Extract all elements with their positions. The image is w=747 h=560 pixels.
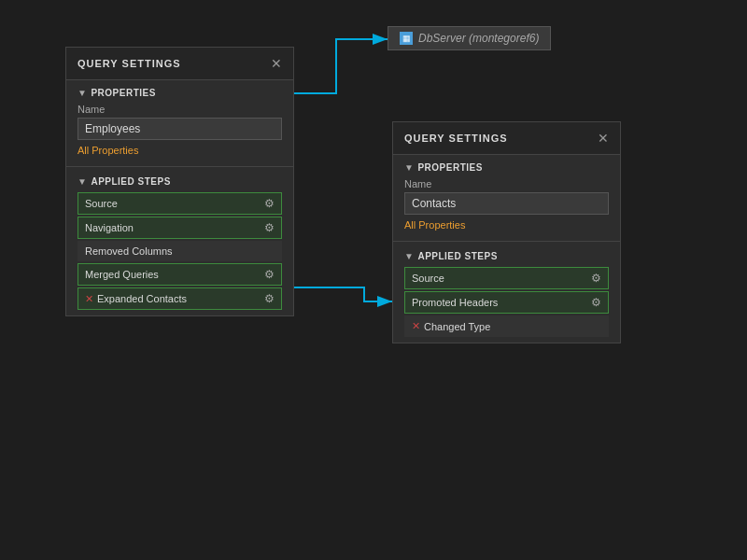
left-step-source-gear[interactable]: ⚙ (264, 197, 275, 210)
left-step-removed-columns-name: Removed Columns (85, 245, 173, 257)
left-name-input[interactable] (78, 118, 282, 140)
right-properties-header: ▼ PROPERTIES (404, 162, 609, 173)
right-step-promoted-headers-gear[interactable]: ⚙ (591, 296, 601, 309)
left-step-ec-left: ✕ Expanded Contacts (85, 293, 187, 305)
left-step-navigation-name: Navigation (85, 222, 134, 233)
right-close-button[interactable]: ✕ (598, 132, 609, 145)
right-panel-header: QUERY SETTINGS ✕ (393, 122, 620, 155)
left-properties-label: PROPERTIES (91, 88, 155, 98)
right-steps-header: ▼ APPLIED STEPS (404, 251, 609, 261)
right-properties-label: PROPERTIES (417, 162, 482, 173)
left-step-navigation[interactable]: Navigation ⚙ (78, 217, 282, 239)
right-properties-section: ▼ PROPERTIES Name All Properties (393, 155, 620, 239)
db-server-badge: ▦ DbServer (montegoref6) (388, 26, 551, 50)
left-step-merged-queries[interactable]: Merged Queries ⚙ (78, 263, 282, 286)
right-query-settings-panel: QUERY SETTINGS ✕ ▼ PROPERTIES Name All P… (392, 121, 621, 343)
left-props-arrow: ▼ (78, 88, 87, 98)
left-step-merged-queries-gear[interactable]: ⚙ (264, 268, 275, 281)
left-step-merged-queries-name: Merged Queries (85, 269, 159, 280)
right-steps-arrow: ▼ (404, 251, 414, 261)
right-step-source-gear[interactable]: ⚙ (591, 272, 601, 285)
left-step-mq-left: Merged Queries (85, 269, 159, 280)
left-step-navigation-gear[interactable]: ⚙ (264, 221, 275, 234)
right-step-source[interactable]: Source ⚙ (404, 267, 609, 289)
left-step-expanded-contacts[interactable]: ✕ Expanded Contacts ⚙ (78, 287, 282, 310)
left-steps-label: APPLIED STEPS (91, 176, 170, 187)
left-properties-section: ▼ PROPERTIES Name All Properties (66, 80, 293, 164)
right-applied-steps-section: ▼ APPLIED STEPS Source ⚙ Promoted Header… (393, 244, 620, 343)
left-step-ec-error-icon: ✕ (85, 293, 93, 305)
right-step-ct-left: ✕ Changed Type (412, 320, 490, 332)
left-steps-list: Source ⚙ Navigation ⚙ Removed Columns (78, 192, 282, 310)
db-server-label: DbServer (montegoref6) (418, 32, 539, 45)
right-step-source-left: Source (412, 273, 444, 284)
right-steps-label: APPLIED STEPS (417, 251, 497, 261)
right-all-properties-link[interactable]: All Properties (404, 219, 465, 231)
left-step-source[interactable]: Source ⚙ (78, 192, 282, 215)
right-props-arrow: ▼ (404, 162, 414, 173)
left-panel-title: QUERY SETTINGS (78, 58, 181, 69)
left-step-rc-left: Removed Columns (85, 245, 173, 257)
right-step-ct-error-icon: ✕ (412, 320, 420, 332)
left-step-source-name: Source (85, 198, 118, 209)
left-name-label: Name (78, 104, 282, 115)
left-close-button[interactable]: ✕ (271, 57, 282, 70)
right-steps-list: Source ⚙ Promoted Headers ⚙ ✕ Changed Ty… (404, 267, 609, 337)
left-step-source-left: Source (85, 198, 118, 209)
right-step-source-name: Source (412, 273, 444, 284)
right-panel-title: QUERY SETTINGS (404, 133, 508, 144)
left-step-removed-columns[interactable]: Removed Columns (78, 241, 282, 261)
right-name-input[interactable] (404, 192, 609, 215)
right-step-promoted-headers-name: Promoted Headers (412, 297, 498, 308)
right-name-label: Name (404, 178, 609, 189)
left-step-expanded-contacts-gear[interactable]: ⚙ (264, 292, 275, 305)
left-steps-header: ▼ APPLIED STEPS (78, 176, 282, 187)
db-icon: ▦ (400, 32, 413, 45)
left-step-nav-left: Navigation (85, 222, 134, 233)
right-step-ph-left: Promoted Headers (412, 297, 498, 308)
left-panel-header: QUERY SETTINGS ✕ (66, 48, 293, 80)
right-step-promoted-headers[interactable]: Promoted Headers ⚙ (404, 291, 609, 314)
left-query-settings-panel: QUERY SETTINGS ✕ ▼ PROPERTIES Name All P… (65, 47, 294, 316)
right-step-changed-type-name: Changed Type (424, 321, 490, 332)
right-step-changed-type[interactable]: ✕ Changed Type (404, 315, 609, 337)
left-applied-steps-section: ▼ APPLIED STEPS Source ⚙ Navigation ⚙ (66, 169, 293, 315)
left-steps-arrow: ▼ (78, 176, 87, 187)
left-properties-header: ▼ PROPERTIES (78, 88, 282, 98)
left-step-expanded-contacts-name: Expanded Contacts (97, 293, 187, 304)
left-all-properties-link[interactable]: All Properties (78, 145, 138, 156)
